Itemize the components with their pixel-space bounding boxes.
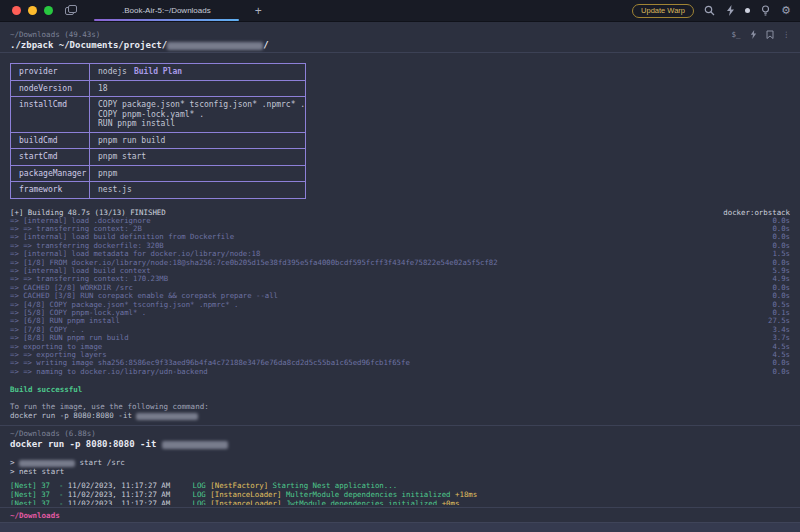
plan-value-line: COPY package.json* tsconfig.json* .npmrc… <box>98 100 305 110</box>
plan-row: buildCmdpnpm run build <box>11 133 305 150</box>
docker-line: => [8/8] RUN pnpm run build3.7s <box>10 334 790 342</box>
plan-row: installCmdCOPY package.json* tsconfig.js… <box>11 97 305 133</box>
build-plan-title: Build Plan <box>11 59 305 78</box>
log-segment: [InstanceLoader] <box>210 490 286 499</box>
build-plan-body: providernodejsnodeVersion18installCmdCOP… <box>11 64 305 198</box>
plan-row: packageManagerpnpm <box>11 166 305 183</box>
block-separator <box>0 425 800 426</box>
log-segment: [NestFactory] <box>210 481 272 490</box>
notification-dot <box>745 8 750 13</box>
plan-key: packageManager <box>11 166 89 182</box>
kebab-menu-icon[interactable]: ⋮ <box>783 31 791 39</box>
plan-row: nodeVersion18 <box>11 81 305 98</box>
block-separator <box>0 52 800 53</box>
plan-value: pnpm start <box>89 149 305 165</box>
npm-start-line: > start /src <box>10 458 790 467</box>
docker-line: => [6/8] RUN pnpm install27.5s <box>10 317 790 325</box>
run-hint-text: To run the image, use the following comm… <box>10 402 790 411</box>
plan-key: nodeVersion <box>11 81 89 97</box>
plan-value: 18 <box>89 81 305 97</box>
plan-value: pnpm run build <box>89 133 305 149</box>
block2-header: ~/Downloads (6.88s) <box>10 429 790 438</box>
zoom-window-button[interactable] <box>44 6 53 15</box>
plan-value-line: nest.js <box>98 185 305 195</box>
docker-line: => exporting to image4.5s <box>10 343 790 351</box>
log-segment: [Nest] 37 - <box>10 481 68 490</box>
close-window-button[interactable] <box>12 6 21 15</box>
lightning-icon[interactable] <box>724 5 736 17</box>
log-segment: 11/02/2023, 11:17:27 AM <box>68 481 193 490</box>
redacted-package-name <box>19 460 75 467</box>
log-segment: LOG <box>192 481 210 490</box>
lightbulb-icon[interactable] <box>759 5 771 17</box>
block1-path-duration: ~/Downloads (49.43s) <box>10 30 100 39</box>
redacted-image-name <box>162 441 228 449</box>
block2-command: docker run -p 8080:8080 -it <box>10 439 790 449</box>
redacted-project-path <box>167 42 263 50</box>
log-segment: LOG <box>192 490 210 499</box>
plan-value-line: RUN pnpm install <box>98 119 305 129</box>
log-segment: [Nest] 37 - <box>10 490 68 499</box>
build-plan-table: Build Plan providernodejsnodeVersion18in… <box>10 63 306 199</box>
plan-key: framework <box>11 182 89 198</box>
tab-title: .Book-Air-5:~/Downloads <box>122 6 211 15</box>
nest-log-line: [Nest] 37 - 11/02/2023, 11:17:27 AM LOG … <box>10 491 790 500</box>
warp-window: .Book-Air-5:~/Downloads + Update Warp ⚙ … <box>0 0 800 532</box>
plan-value-line: pnpm run build <box>98 136 305 146</box>
plan-key: buildCmd <box>11 133 89 149</box>
docker-line-text: => => naming to docker.io/library/udn-ba… <box>10 368 208 376</box>
active-tab-indicator <box>94 19 239 21</box>
plan-row: startCmdpnpm start <box>11 149 305 166</box>
plan-value-line: pnpm start <box>98 152 305 162</box>
new-window-icon[interactable] <box>65 5 78 16</box>
nest-start-line: > nest start <box>10 467 790 476</box>
bookmark-icon[interactable] <box>766 30 774 39</box>
docker-output: => [internal] load .dockerignore0.0s=> =… <box>10 217 790 377</box>
plan-key: installCmd <box>11 97 89 132</box>
log-segment: 11/02/2023, 11:17:27 AM <box>68 490 193 499</box>
docker-line-time: 0.0s <box>772 368 790 376</box>
block1-header: ~/Downloads (49.43s) $_ ⋮ <box>10 30 790 39</box>
traffic-lights <box>12 6 53 15</box>
update-warp-button[interactable]: Update Warp <box>632 4 694 18</box>
block2-path-duration: ~/Downloads (6.88s) <box>10 429 96 438</box>
terminal-content: ~/Downloads (49.43s) $_ ⋮ ./zbpack ~/Doc… <box>0 22 800 532</box>
command-input[interactable] <box>0 522 800 532</box>
plan-value: nest.js <box>89 182 305 198</box>
redacted-image-name <box>136 413 198 420</box>
new-tab-button[interactable]: + <box>247 4 270 18</box>
terminal-prompt-icon[interactable]: $_ <box>731 31 740 39</box>
log-segment: +18ms <box>451 490 478 499</box>
terminal-tab[interactable]: .Book-Air-5:~/Downloads <box>92 0 241 22</box>
current-prompt-path: ~/Downloads <box>10 508 790 522</box>
nest-logs: [Nest] 37 - 11/02/2023, 11:17:27 AM LOG … <box>10 482 790 505</box>
title-bar: .Book-Air-5:~/Downloads + Update Warp ⚙ <box>0 0 800 22</box>
current-block: ~/Downloads <box>10 505 790 532</box>
plan-value: pnpm <box>89 166 305 182</box>
plan-value: COPY package.json* tsconfig.json* .npmrc… <box>89 97 305 132</box>
docker-line: => [5/8] COPY pnpm-lock.yaml* .0.1s <box>10 309 790 317</box>
plan-value-line: 18 <box>98 84 305 94</box>
plan-row: frameworknest.js <box>11 182 305 198</box>
log-segment: MulterModule dependencies initialized <box>286 490 451 499</box>
search-icon[interactable] <box>703 5 715 17</box>
plan-key: startCmd <box>11 149 89 165</box>
plan-value-line: COPY pnpm-lock.yaml* . <box>98 110 305 120</box>
plan-value-line: pnpm <box>98 169 305 179</box>
block1-command: ./zbpack ~/Documents/project// <box>10 40 790 50</box>
log-segment: Starting Nest application... <box>273 481 398 490</box>
topbar-actions: Update Warp ⚙ <box>632 4 792 18</box>
docker-line: => => naming to docker.io/library/udn-ba… <box>10 368 790 376</box>
bolt-icon[interactable] <box>750 30 757 39</box>
run-hint-command: docker run -p 8080:8080 -it <box>10 411 790 420</box>
minimize-window-button[interactable] <box>28 6 37 15</box>
block1-actions: $_ ⋮ <box>731 30 790 39</box>
settings-gear-icon[interactable]: ⚙ <box>780 5 792 17</box>
build-success-message: Build successful <box>10 385 790 394</box>
